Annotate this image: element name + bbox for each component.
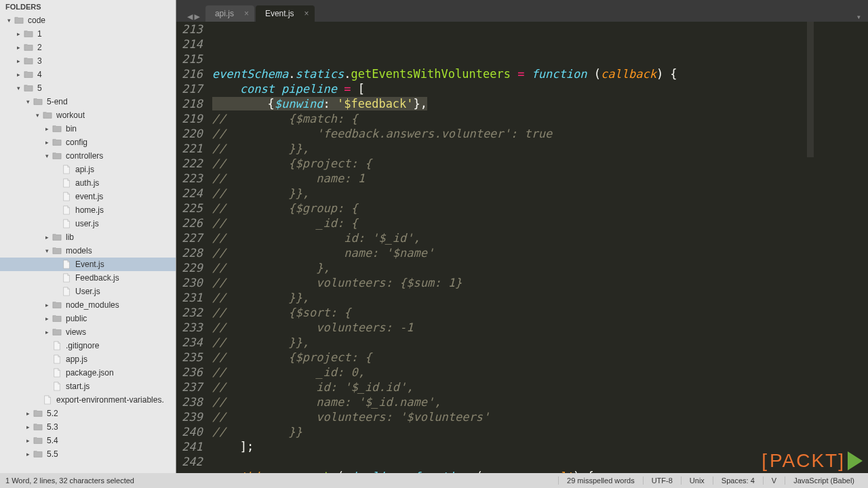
code-line[interactable]: {$unwind: '$feedback'}, xyxy=(212,96,814,111)
code-line[interactable]: // _id: 0, xyxy=(212,365,814,380)
status-line-ending[interactable]: Unix xyxy=(681,476,713,485)
chevron-right-icon[interactable]: ▸ xyxy=(15,30,22,37)
file-item[interactable]: start.js xyxy=(0,380,176,393)
code-line[interactable]: // }}, xyxy=(212,186,814,201)
folder-item[interactable]: ▸config xyxy=(0,136,176,149)
code-line[interactable]: // }} xyxy=(212,424,814,439)
chevron-right-icon[interactable]: ▸ xyxy=(24,451,31,458)
chevron-right-icon[interactable]: ▸ xyxy=(15,58,22,64)
folder-item[interactable]: ▾5-end xyxy=(0,95,176,108)
code-line[interactable]: this.aggregate(pipeline, function (error… xyxy=(212,469,814,473)
tab[interactable]: api.js× xyxy=(205,5,254,22)
chevron-right-icon[interactable]: ▸ xyxy=(43,315,50,322)
chevron-right-icon[interactable]: ▸ xyxy=(43,139,50,146)
file-item[interactable]: home.js xyxy=(0,203,176,217)
chevron-down-icon[interactable]: ▾ xyxy=(34,112,41,119)
folder-item[interactable]: ▸3 xyxy=(0,54,176,68)
code-line[interactable]: // }}, xyxy=(212,290,814,305)
folder-item[interactable]: ▾code xyxy=(0,14,176,27)
file-item[interactable]: Feedback.js xyxy=(0,271,176,285)
code-line[interactable] xyxy=(212,454,814,469)
status-syntax[interactable]: JavaScript (Babel) xyxy=(785,476,863,485)
file-item[interactable]: auth.js xyxy=(0,176,176,190)
chevron-right-icon[interactable]: ▸ xyxy=(43,302,50,308)
close-icon[interactable]: × xyxy=(304,9,309,18)
code-line[interactable]: // }}, xyxy=(212,141,814,156)
file-item[interactable]: Event.js xyxy=(0,258,176,271)
minimap[interactable] xyxy=(814,22,868,473)
folder-item[interactable]: ▾workout xyxy=(0,108,176,122)
code-line[interactable]: const pipeline = [ xyxy=(212,81,814,96)
chevron-down-icon[interactable]: ▾ xyxy=(15,85,22,92)
folder-item[interactable]: ▸bin xyxy=(0,122,176,136)
tab-forward-icon[interactable]: ▶ xyxy=(194,11,199,22)
code-line[interactable]: // volunteers: {$sum: 1} xyxy=(212,275,814,290)
code-line[interactable]: // {$project: { xyxy=(212,350,814,365)
file-item[interactable]: package.json xyxy=(0,366,176,380)
status-vim-mode[interactable]: V xyxy=(763,476,785,485)
chevron-down-icon[interactable]: ▾ xyxy=(5,17,12,24)
close-icon[interactable]: × xyxy=(244,9,249,18)
status-spell[interactable]: 29 misspelled words xyxy=(558,476,643,485)
chevron-down-icon[interactable]: ▾ xyxy=(43,247,50,254)
code-line[interactable]: ]; xyxy=(212,439,814,454)
file-item[interactable]: export-environment-variables. xyxy=(0,393,176,407)
code-line[interactable]: eventSchema.statics.getEventsWithVolunte… xyxy=(212,66,814,81)
code-line[interactable]: // _id: { xyxy=(212,216,814,230)
status-encoding[interactable]: UTF-8 xyxy=(643,476,681,485)
folder-item[interactable]: ▸5.5 xyxy=(0,447,176,461)
code-line[interactable]: // volunteers: '$volunteers' xyxy=(212,409,814,424)
chevron-right-icon[interactable]: ▸ xyxy=(24,437,31,444)
chevron-right-icon[interactable]: ▸ xyxy=(15,44,22,51)
folder-item[interactable]: ▸views xyxy=(0,325,176,339)
folder-item[interactable]: ▸5.4 xyxy=(0,434,176,447)
code-line[interactable]: // name: '$name' xyxy=(212,245,814,260)
tab-history-arrows[interactable]: ◀ ▶ xyxy=(182,11,205,22)
folder-item[interactable]: ▸node_modules xyxy=(0,298,176,312)
file-item[interactable]: app.js xyxy=(0,352,176,366)
chevron-right-icon[interactable]: ▸ xyxy=(15,71,22,78)
scrollbar-thumb[interactable] xyxy=(807,22,814,157)
code-line[interactable]: // 'feedback.answers.volunteer': true xyxy=(212,126,814,141)
tab-back-icon[interactable]: ◀ xyxy=(187,11,193,22)
folder-item[interactable]: ▾5 xyxy=(0,81,176,95)
chevron-right-icon[interactable]: ▸ xyxy=(24,424,31,430)
chevron-right-icon[interactable]: ▸ xyxy=(43,234,50,241)
folder-item[interactable]: ▸lib xyxy=(0,230,176,244)
file-item[interactable]: event.js xyxy=(0,190,176,203)
file-item[interactable]: User.js xyxy=(0,285,176,298)
code-line[interactable]: // {$group: { xyxy=(212,201,814,216)
chevron-right-icon[interactable]: ▸ xyxy=(24,410,31,417)
code-body[interactable]: eventSchema.statics.getEventsWithVolunte… xyxy=(212,22,814,473)
tabs-overflow-icon[interactable]: ▾ xyxy=(850,12,868,22)
folder-item[interactable]: ▸1 xyxy=(0,27,176,41)
folder-item[interactable]: ▸5.3 xyxy=(0,420,176,434)
folder-item[interactable]: ▸public xyxy=(0,312,176,325)
code-pane[interactable]: 2132142152162172182192202212222232242252… xyxy=(176,22,868,473)
file-item[interactable]: .gitignore xyxy=(0,339,176,352)
folder-item[interactable]: ▾controllers xyxy=(0,149,176,163)
file-item[interactable]: user.js xyxy=(0,217,176,230)
folder-item[interactable]: ▾models xyxy=(0,244,176,258)
code-line[interactable]: // }, xyxy=(212,260,814,275)
code-line[interactable]: // {$match: { xyxy=(212,111,814,126)
code-line[interactable]: // name: '$_id.name', xyxy=(212,394,814,409)
code-line[interactable]: // id: '$_id', xyxy=(212,230,814,245)
chevron-down-icon[interactable]: ▾ xyxy=(43,152,50,159)
status-selection[interactable]: 1 Word, 2 lines, 32 characters selected xyxy=(5,476,142,485)
file-item[interactable]: api.js xyxy=(0,163,176,176)
chevron-down-icon[interactable]: ▾ xyxy=(24,98,31,105)
code-line[interactable]: // {$project: { xyxy=(212,156,814,171)
code-line[interactable]: // id: '$_id.id', xyxy=(212,380,814,394)
code-line[interactable]: // }}, xyxy=(212,335,814,350)
folder-item[interactable]: ▸2 xyxy=(0,41,176,54)
folder-item[interactable]: ▸5.2 xyxy=(0,407,176,420)
status-indent[interactable]: Spaces: 4 xyxy=(713,476,763,485)
code-line[interactable]: // volunteers: -1 xyxy=(212,320,814,335)
tab[interactable]: Event.js× xyxy=(256,5,315,22)
chevron-right-icon[interactable]: ▸ xyxy=(43,329,50,336)
code-line[interactable]: // {$sort: { xyxy=(212,305,814,320)
folder-item[interactable]: ▸4 xyxy=(0,68,176,81)
chevron-right-icon[interactable]: ▸ xyxy=(43,125,50,132)
code-line[interactable]: // name: 1 xyxy=(212,171,814,186)
